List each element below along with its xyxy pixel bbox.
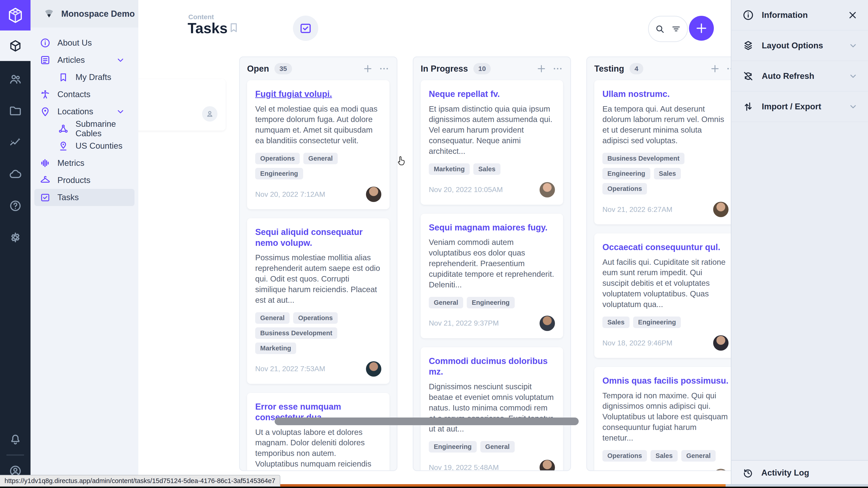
add-item-button[interactable] (689, 16, 714, 41)
project-status-icon (43, 7, 55, 20)
task-card[interactable]: Ullam nostrumc. Ea tempora qui. Aut dese… (594, 80, 731, 224)
card-list: Neque repellat fv. Et ipsam distinctio q… (421, 80, 563, 471)
nav-item-label: About Us (57, 38, 92, 48)
task-title[interactable]: Ullam nostrumc. (602, 89, 728, 100)
column-menu-button[interactable] (379, 63, 390, 74)
task-title[interactable]: Omnis quas facilis possimusu. (602, 376, 728, 386)
task-card[interactable]: Commodi ducimus doloribus mz. Dignissimo… (421, 347, 563, 471)
activity-log-button[interactable]: Activity Log (732, 460, 868, 485)
task-card[interactable]: Sequi magnam maiores fugy. Veniam commod… (421, 214, 563, 338)
nav-item-products[interactable]: Products (34, 172, 134, 189)
bell-icon[interactable] (0, 433, 31, 447)
task-card[interactable]: Omnis quas facilis possimusu. Tempora id… (594, 367, 731, 471)
nav-item-locations[interactable]: Locations (34, 103, 134, 120)
nav-item-my-drafts[interactable]: My Drafts (34, 69, 134, 86)
tag: Engineering (255, 168, 303, 180)
tag: Marketing (255, 343, 296, 354)
tag: General (429, 297, 463, 308)
search-icon[interactable] (655, 24, 665, 34)
project-header[interactable]: Monospace Demo (31, 0, 138, 28)
nav-item-articles[interactable]: Articles (34, 52, 134, 69)
task-title[interactable]: Neque repellat fv. (429, 89, 555, 100)
tag: General (480, 441, 515, 453)
column-menu-button[interactable] (552, 63, 563, 74)
tag: Engineering (467, 297, 515, 308)
task-description: Ea tempora qui. Aut deserunt dolorum lab… (602, 104, 728, 146)
task-title[interactable]: Fugit fugiat volupi. (255, 89, 381, 100)
task-description: Veniam commodi autem voluptatibus eos do… (429, 237, 555, 290)
page-header: Content Tasks (138, 0, 731, 55)
bookmark-icon[interactable] (228, 22, 240, 34)
cloud-module-icon[interactable] (0, 168, 31, 181)
task-card[interactable]: Neque repellat fv. Et ipsam distinctio q… (421, 80, 563, 205)
task-date: Nov 19, 2022 5:48AM (429, 463, 539, 471)
task-title[interactable]: Commodi ducimus doloribus mz. (429, 356, 555, 377)
panel-layout-options[interactable]: Layout Options (732, 31, 868, 61)
panel-label: Import / Export (762, 102, 821, 111)
panel-import-export[interactable]: Import / Export (732, 92, 868, 122)
column-menu-button[interactable] (726, 63, 731, 74)
checkbox-icon (299, 22, 312, 35)
folder-module-icon[interactable] (0, 104, 31, 118)
filter-icon[interactable] (671, 24, 681, 34)
nav-item-contacts[interactable]: Contacts (34, 86, 134, 103)
task-date: Nov 20, 2022 7:12AM (255, 190, 366, 199)
module-content-active[interactable] (0, 31, 31, 61)
task-date: Nov 18, 2022 9:46PM (602, 339, 713, 347)
add-card-button[interactable] (710, 63, 720, 74)
column-title: Open (247, 64, 269, 74)
pin-icon (58, 140, 69, 152)
chevron-down-icon[interactable] (848, 71, 858, 81)
chevron-down-icon[interactable] (116, 55, 125, 65)
add-card-button[interactable] (536, 63, 547, 74)
task-description: Tempora id non maxime. Qui qui dignissim… (602, 390, 728, 443)
kanban-column-in-progress: In Progress 10 Neque repellat fv. Et ips… (413, 57, 571, 471)
info-icon (40, 37, 51, 49)
assignee-avatar (713, 469, 728, 471)
column-title: In Progress (421, 64, 468, 74)
settings-module-icon[interactable] (0, 231, 31, 244)
add-card-button[interactable] (362, 63, 373, 74)
rail-divider (6, 455, 24, 455)
panel-information[interactable]: Information (732, 0, 868, 31)
letterbox-bar (0, 487, 868, 488)
close-icon[interactable] (847, 10, 858, 21)
kanban-column-testing: Testing 4 Ullam nostrumc. Ea tempora qui… (586, 57, 731, 471)
tag: Marketing (429, 163, 470, 175)
task-card[interactable]: Sequi aliquid consequatur nemo volupw. P… (247, 218, 390, 384)
tag: General (255, 312, 289, 324)
panel-auto-refresh[interactable]: Auto Refresh (732, 61, 868, 92)
chevron-down-icon[interactable] (848, 102, 858, 111)
logo[interactable] (0, 0, 31, 31)
task-title[interactable]: Sequi magnam maiores fugy. (429, 222, 555, 233)
person-icon (40, 89, 51, 100)
task-card-partial[interactable]: ished task PM (138, 79, 225, 131)
nav-item-metrics[interactable]: Metrics (34, 155, 134, 172)
nav-item-about-us[interactable]: About Us (34, 34, 134, 52)
nav-sidebar: Monospace Demo About Us Articles My Draf… (31, 0, 138, 488)
help-module-icon[interactable] (0, 199, 31, 213)
chevron-down-icon[interactable] (116, 107, 125, 117)
swap-vert-icon (742, 101, 754, 112)
task-card[interactable]: Fugit fugiat volupi. Vel et molestiae qu… (247, 80, 390, 209)
tag: Business Development (255, 327, 337, 339)
history-icon (742, 467, 754, 479)
task-card[interactable]: Error esse numquam consectetur dua. Ut a… (247, 393, 390, 471)
users-module-icon[interactable] (0, 73, 31, 86)
nav-item-label: Submarine Cables (75, 119, 134, 138)
task-description: Vel et molestiae quis ea modi quas tempo… (255, 104, 381, 146)
task-card[interactable]: Occaecati consequuntur qul. Aut facilis … (594, 233, 731, 358)
nav-item-label: Products (57, 175, 90, 185)
task-title[interactable]: Occaecati consequuntur qul. (602, 242, 728, 253)
search-filter-control[interactable] (648, 16, 688, 42)
nav-item-tasks[interactable]: Tasks (34, 189, 134, 206)
nav-item-submarine-cables[interactable]: Submarine Cables (34, 120, 134, 137)
task-title[interactable]: ished task (138, 88, 217, 98)
task-title[interactable]: Sequi aliquid consequatur nemo volupw. (255, 227, 381, 248)
assignee-avatar (539, 460, 555, 471)
nav-item-us-counties[interactable]: US Counties (34, 137, 134, 155)
task-date: Nov 20, 2022 10:05AM (429, 186, 539, 194)
insights-module-icon[interactable] (0, 136, 31, 149)
chevron-down-icon[interactable] (848, 41, 858, 51)
horizontal-scrollbar[interactable] (275, 418, 579, 425)
